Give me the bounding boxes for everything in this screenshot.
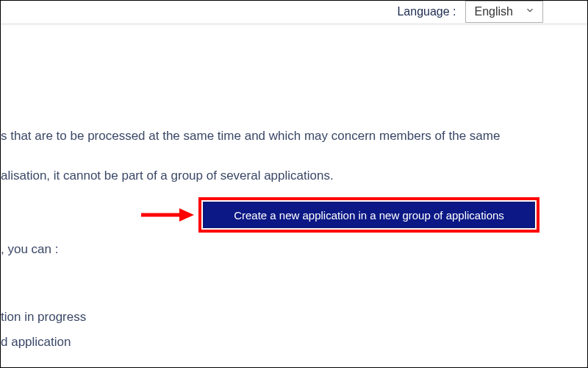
svg-marker-1 <box>179 208 194 222</box>
annotation-highlight-box: Create a new application in a new group … <box>198 197 539 233</box>
annotation-arrow-icon <box>140 207 194 223</box>
chevron-down-icon <box>525 5 535 18</box>
language-value: English <box>475 5 513 18</box>
language-selector-wrap: Language : English <box>397 1 543 23</box>
body-text-line-1: s that are to be processed at the same t… <box>1 127 500 145</box>
body-text-line-5: d application <box>1 333 71 351</box>
body-text-line-2: alisation, it cannot be part of a group … <box>1 167 334 185</box>
body-text-line-4: tion in progress <box>1 308 86 326</box>
top-bar: Language : English <box>1 1 587 24</box>
body-text-line-3: , you can : <box>1 241 58 258</box>
language-select[interactable]: English <box>465 1 543 23</box>
language-label: Language : <box>397 5 456 18</box>
create-application-button[interactable]: Create a new application in a new group … <box>203 202 535 228</box>
